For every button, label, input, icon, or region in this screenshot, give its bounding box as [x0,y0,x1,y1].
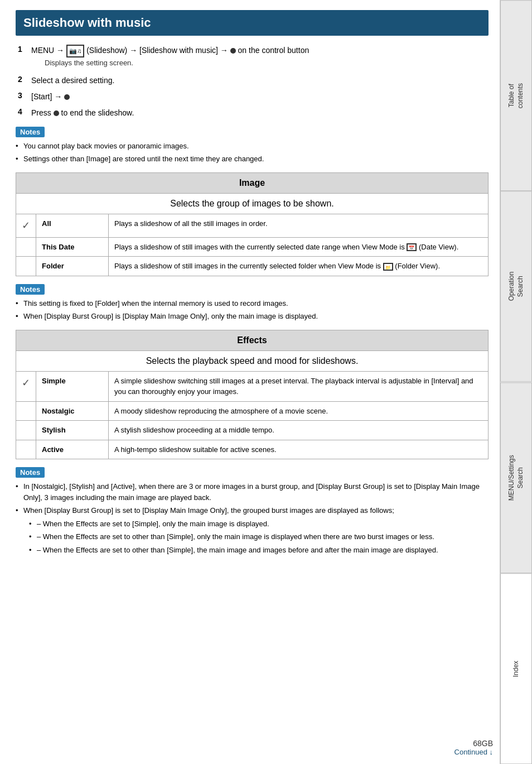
effects-nostalgic-check [16,401,36,421]
notes-list-1: You cannot play back movies or panoramic… [16,141,489,165]
continued-label: Continued ↓ [454,748,493,756]
step-4-content: Press to end the slideshow. [31,107,134,119]
notes-label-3: Notes [16,467,45,478]
effects-simple-check: ✓ [16,371,36,401]
step-2-number: 2 [18,75,27,84]
effects-row-simple: ✓ Simple A simple slideshow switching st… [16,371,489,401]
effects-stylish-desc: A stylish slideshow proceeding at a midd… [109,421,489,440]
effects-row-stylish: Stylish A stylish slideshow proceeding a… [16,421,489,440]
step-3-content: [Start] → [31,91,70,103]
image-all-desc: Plays a slideshow of all the still image… [109,214,489,237]
sidebar-tab-menu[interactable]: MENU/SettingsSearch [500,382,532,573]
image-table-subtitle: Selects the group of images to be shown. [16,193,489,214]
notes-2-item-2: When [Display Burst Group] is [Display M… [16,311,489,322]
notes-3-item-2: When [Display Burst Group] is set to [Di… [16,505,489,555]
image-folder-desc: Plays a slideshow of still images in the… [109,257,489,276]
notes-3-sub-3: – When the Effects are set to other than… [29,545,489,556]
step-2-content: Select a desired setting. [31,75,114,87]
sidebar-tab-operation[interactable]: OperationSearch [500,191,532,382]
step-1: 1 MENU → 📷♫ (Slideshow) → [Slideshow wit… [18,45,489,70]
image-folder-check [16,257,36,276]
effects-active-desc: A high-tempo slideshow suitable for acti… [109,440,489,459]
effects-stylish-check [16,421,36,440]
page-title: Slideshow with music [16,10,489,36]
notes-3-item-1: In [Nostalgic], [Stylish] and [Active], … [16,481,489,503]
step-1-number: 1 [18,45,27,54]
image-row-all: ✓ All Plays a slideshow of all the still… [16,214,489,237]
notes-list-2: This setting is fixed to [Folder] when t… [16,298,489,322]
notes-3-sub-2: – When the Effects are set to other than… [29,531,489,542]
effects-simple-name: Simple [36,371,109,401]
notes-label-1: Notes [16,127,45,137]
image-folder-name: Folder [36,257,109,276]
step-3: 3 [Start] → [18,91,489,103]
effects-nostalgic-desc: A moody slideshow reproducing the atmosp… [109,401,489,421]
effects-table: Effects Selects the playback speed and m… [16,330,489,460]
notes-list-3: In [Nostalgic], [Stylish] and [Active], … [16,481,489,555]
notes-section-1: Notes You cannot play back movies or pan… [16,127,489,165]
page-number: 68GB [454,739,493,748]
image-row-thisdate: This Date Plays a slideshow of still ima… [16,237,489,257]
effects-row-nostalgic: Nostalgic A moody slideshow reproducing … [16,401,489,421]
image-row-folder: Folder Plays a slideshow of still images… [16,257,489,276]
step-4-number: 4 [18,107,27,116]
effects-table-header: Effects [16,330,489,350]
step-4: 4 Press to end the slideshow. [18,107,489,119]
image-thisdate-name: This Date [36,237,109,257]
effects-nostalgic-name: Nostalgic [36,401,109,421]
notes-3-sub-1: – When the Effects are set to [Simple], … [29,518,489,530]
effects-active-check [16,440,36,459]
step-1-sub: Displays the setting screen. [45,59,309,67]
notes-section-3: Notes In [Nostalgic], [Stylish] and [Act… [16,467,489,555]
image-thisdate-desc: Plays a slideshow of still images with t… [109,237,489,257]
notes-label-2: Notes [16,284,45,295]
image-thisdate-check [16,237,36,257]
step-1-content: MENU → 📷♫ (Slideshow) → [Slideshow with … [31,46,309,55]
notes-section-2: Notes This setting is fixed to [Folder] … [16,284,489,322]
sidebar-tab-index[interactable]: Index [500,573,532,764]
image-table: Image Selects the group of images to be … [16,172,489,276]
sidebar-tab-toc[interactable]: Table ofcontents [500,0,532,191]
effects-stylish-name: Stylish [36,421,109,440]
image-table-header: Image [16,172,489,193]
image-all-check: ✓ [16,214,36,237]
notes-1-item-2: Settings other than [Image] are stored u… [16,153,489,165]
main-content: Slideshow with music 1 MENU → 📷♫ (Slides… [0,0,499,573]
effects-table-subtitle: Selects the playback speed and mood for … [16,350,489,371]
notes-2-item-1: This setting is fixed to [Folder] when t… [16,298,489,309]
right-sidebar: Table ofcontents OperationSearch MENU/Se… [500,0,532,764]
step-3-number: 3 [18,91,27,100]
effects-row-active: Active A high-tempo slideshow suitable f… [16,440,489,459]
steps-section: 1 MENU → 📷♫ (Slideshow) → [Slideshow wit… [16,45,489,119]
effects-active-name: Active [36,440,109,459]
image-all-name: All [36,214,109,237]
step-2: 2 Select a desired setting. [18,75,489,87]
effects-simple-desc: A simple slideshow switching still image… [109,371,489,401]
page-footer: 68GB Continued ↓ [454,739,493,756]
notes-1-item-1: You cannot play back movies or panoramic… [16,141,489,152]
